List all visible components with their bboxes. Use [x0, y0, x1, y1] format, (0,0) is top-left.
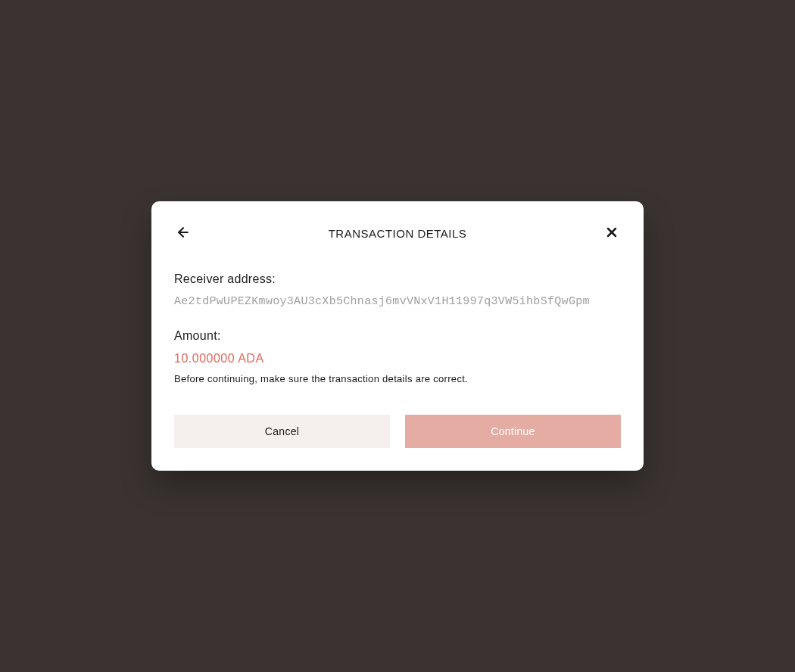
- continue-button[interactable]: Continue: [405, 415, 621, 448]
- close-button[interactable]: [603, 224, 621, 242]
- modal-header: TRANSACTION DETAILS: [174, 224, 621, 242]
- modal-title: TRANSACTION DETAILS: [192, 227, 603, 240]
- transaction-details-modal: TRANSACTION DETAILS Receiver address: Ae…: [151, 201, 644, 471]
- back-button[interactable]: [174, 224, 192, 242]
- receiver-address-value: Ae2tdPwUPEZKmwoy3AU3cXb5Chnasj6mvVNxV1H1…: [174, 295, 621, 308]
- warning-text: Before continuing, make sure the transac…: [174, 373, 621, 384]
- cancel-button[interactable]: Cancel: [174, 415, 390, 448]
- amount-label: Amount:: [174, 329, 621, 343]
- close-icon: [604, 225, 619, 242]
- modal-body: Receiver address: Ae2tdPwUPEZKmwoy3AU3cX…: [174, 272, 621, 448]
- button-row: Cancel Continue: [174, 415, 621, 448]
- amount-value: 10.000000 ADA: [174, 352, 621, 366]
- arrow-left-icon: [176, 225, 191, 242]
- receiver-address-label: Receiver address:: [174, 272, 621, 286]
